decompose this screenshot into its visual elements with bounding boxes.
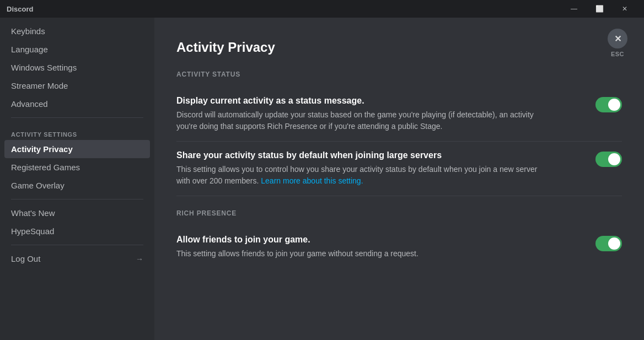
setting-display-activity: Display current activity as a status mes… xyxy=(176,87,622,142)
setting-allow-friends-join: Allow friends to join your game. This se… xyxy=(176,226,622,268)
learn-more-link[interactable]: Learn more about this setting. xyxy=(261,176,363,185)
close-button[interactable]: ✕ xyxy=(612,0,637,18)
window-controls: — ⬜ ✕ xyxy=(561,0,637,18)
sidebar-item-hypesquad[interactable]: HypeSquad xyxy=(4,222,150,240)
activity-status-section-label: ACTIVITY STATUS xyxy=(176,71,622,78)
sidebar-item-label: What's New xyxy=(11,208,55,218)
toggle-allow-friends[interactable]: ✓ xyxy=(595,236,622,251)
toggle-check-icon-2: ✓ xyxy=(613,155,619,164)
esc-circle-icon: ✕ xyxy=(608,29,627,48)
sidebar-item-advanced[interactable]: Advanced xyxy=(4,95,150,113)
sidebar-item-label: Language xyxy=(11,45,48,54)
logout-arrow-icon: → xyxy=(136,255,143,263)
activity-settings-section-label: ACTIVITY SETTINGS xyxy=(4,122,150,140)
setting-title-display-activity: Display current activity as a status mes… xyxy=(176,96,584,106)
setting-desc-share-activity: This setting allows you to control how y… xyxy=(176,164,551,187)
sidebar-item-label: Game Overlay xyxy=(11,181,65,190)
esc-label: ESC xyxy=(611,51,624,57)
esc-x-icon: ✕ xyxy=(614,34,621,44)
sidebar-item-label: HypeSquad xyxy=(11,226,54,236)
setting-info-allow-friends: Allow friends to join your game. This se… xyxy=(176,235,584,260)
app-body: Keybinds Language Windows Settings Strea… xyxy=(0,18,644,340)
sidebar-item-keybinds[interactable]: Keybinds xyxy=(4,22,150,40)
toggle-display-activity[interactable]: ✓ xyxy=(595,97,622,112)
minimize-button[interactable]: — xyxy=(561,0,587,18)
sidebar-item-whats-new[interactable]: What's New xyxy=(4,204,150,222)
main-content: ✕ ESC Activity Privacy ACTIVITY STATUS D… xyxy=(154,18,644,340)
sidebar-divider-2 xyxy=(11,199,143,199)
setting-share-activity: Share your activity status by default wh… xyxy=(176,142,622,196)
sidebar-item-label: Activity Privacy xyxy=(11,144,73,154)
toggle-check-icon-3: ✓ xyxy=(613,240,619,248)
setting-info-display-activity: Display current activity as a status mes… xyxy=(176,96,584,132)
setting-title-allow-friends: Allow friends to join your game. xyxy=(176,235,584,245)
setting-desc-allow-friends: This setting allows friends to join your… xyxy=(176,248,551,260)
sidebar-item-game-overlay[interactable]: Game Overlay xyxy=(4,176,150,195)
sidebar-item-streamer-mode[interactable]: Streamer Mode xyxy=(4,77,150,95)
sidebar-item-label: Keybinds xyxy=(11,26,45,36)
setting-info-share-activity: Share your activity status by default wh… xyxy=(176,150,584,187)
maximize-button[interactable]: ⬜ xyxy=(587,0,612,18)
logout-label: Log Out xyxy=(11,254,40,263)
sidebar-item-windows-settings[interactable]: Windows Settings xyxy=(4,58,150,77)
titlebar: Discord — ⬜ ✕ xyxy=(0,0,644,18)
sidebar-item-label: Advanced xyxy=(11,99,48,109)
sidebar: Keybinds Language Windows Settings Strea… xyxy=(0,18,154,340)
esc-button[interactable]: ✕ ESC xyxy=(608,29,627,57)
setting-title-share-activity: Share your activity status by default wh… xyxy=(176,150,584,160)
sidebar-item-label: Streamer Mode xyxy=(11,81,68,90)
sidebar-item-activity-privacy[interactable]: Activity Privacy xyxy=(4,140,150,158)
sidebar-divider-3 xyxy=(11,245,143,245)
sidebar-item-logout[interactable]: Log Out → xyxy=(4,250,150,268)
setting-desc-display-activity: Discord will automatically update your s… xyxy=(176,109,551,132)
page-title: Activity Privacy xyxy=(176,40,622,55)
sidebar-item-label: Windows Settings xyxy=(11,63,77,72)
sidebar-item-label: Registered Games xyxy=(11,163,80,172)
rich-presence-section: RICH PRESENCE Allow friends to join your… xyxy=(176,209,622,268)
sidebar-divider-1 xyxy=(11,117,143,118)
toggle-share-activity[interactable]: ✓ xyxy=(595,152,622,167)
toggle-check-icon: ✓ xyxy=(613,101,619,109)
app-title: Discord xyxy=(7,5,33,13)
rich-presence-section-label: RICH PRESENCE xyxy=(176,209,622,217)
sidebar-item-registered-games[interactable]: Registered Games xyxy=(4,158,150,176)
sidebar-item-language[interactable]: Language xyxy=(4,40,150,58)
